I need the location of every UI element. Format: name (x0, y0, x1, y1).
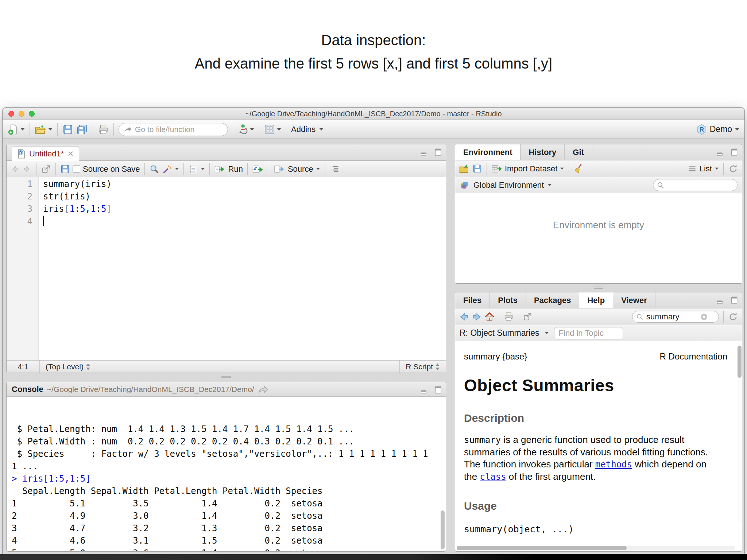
load-workspace-icon[interactable] (459, 164, 470, 174)
chevron-down-icon[interactable] (175, 168, 179, 170)
pane-resize-grip[interactable] (221, 376, 232, 379)
editor-cursor (43, 216, 44, 226)
close-icon[interactable]: ✕ (67, 149, 74, 158)
minimize-pane-icon[interactable] (716, 148, 725, 157)
rerun-icon[interactable] (252, 164, 264, 174)
tab-history[interactable]: History (520, 144, 565, 160)
maximize-pane-icon[interactable] (729, 296, 738, 305)
save-button[interactable] (62, 124, 73, 135)
line-number: 3 (7, 203, 32, 215)
clear-search-icon[interactable] (700, 313, 708, 320)
screen-bottom-bar (0, 554, 747, 560)
help-usage-heading: Usage (464, 500, 727, 512)
save-all-button[interactable] (76, 124, 88, 135)
scope-selector[interactable]: (Top Level) (40, 361, 96, 373)
print-icon[interactable] (504, 312, 514, 322)
tab-help[interactable]: Help (579, 292, 613, 308)
close-window-button[interactable] (8, 111, 14, 117)
file-type-label: R Script (406, 362, 433, 371)
code-tools-wand-icon[interactable] (162, 164, 172, 174)
toolbar-divider (183, 163, 184, 175)
addins-button[interactable]: Addins (291, 125, 324, 134)
code-editor[interactable]: 1234 summary(iris)str(iris)iris[1:5,1:5] (7, 177, 446, 360)
help-document: summary {base} R Documentation Object Su… (455, 341, 737, 545)
save-workspace-icon[interactable] (472, 164, 482, 174)
tab-environment[interactable]: Environment (455, 144, 520, 160)
source-button[interactable]: Source (288, 164, 313, 174)
find-in-topic-input[interactable] (554, 327, 623, 339)
cursor-position: 4:1 (7, 361, 39, 373)
chevron-down-icon (20, 128, 25, 131)
help-doc-title: Object Summaries (464, 376, 727, 395)
help-link[interactable]: class (480, 472, 506, 482)
chevron-down-icon (560, 168, 564, 170)
file-type-selector[interactable]: R Script (400, 361, 446, 373)
chevron-down-icon[interactable] (548, 184, 551, 186)
back-icon[interactable] (10, 164, 20, 174)
import-dataset-button[interactable]: Import Dataset (505, 164, 557, 174)
goto-file-function-input[interactable] (135, 125, 223, 134)
popout-icon[interactable] (523, 312, 533, 322)
minimize-pane-icon[interactable] (420, 148, 429, 157)
minimize-pane-icon[interactable] (420, 385, 429, 395)
compile-notebook-icon[interactable] (188, 164, 198, 174)
maximize-pane-icon[interactable] (729, 148, 738, 157)
refresh-icon[interactable] (728, 164, 738, 174)
help-topic-selector[interactable]: R: Object Summaries (460, 328, 539, 338)
minimize-pane-icon[interactable] (716, 296, 725, 305)
version-control-button[interactable] (238, 124, 254, 135)
chevron-down-icon[interactable] (201, 168, 205, 170)
help-search-input[interactable] (646, 312, 697, 322)
source-pane: R Untitled1* ✕ Source on Save (6, 144, 446, 373)
environment-search-input[interactable] (667, 180, 725, 190)
new-file-button[interactable] (8, 124, 25, 135)
global-environment-icon (460, 180, 470, 190)
tab-viewer[interactable]: Viewer (613, 292, 655, 308)
open-in-new-window-icon[interactable] (258, 385, 268, 394)
forward-icon[interactable] (472, 312, 482, 322)
back-icon[interactable] (459, 312, 469, 322)
pane-resize-grip[interactable] (593, 286, 604, 289)
zoom-window-button[interactable] (29, 111, 35, 117)
refresh-icon[interactable] (728, 312, 738, 322)
tab-files[interactable]: Files (455, 292, 490, 308)
save-button[interactable] (60, 164, 70, 174)
help-search-box[interactable] (632, 311, 719, 323)
help-horizontal-scrollbar[interactable] (457, 546, 735, 550)
find-replace-icon[interactable] (149, 164, 159, 174)
home-icon[interactable] (484, 312, 495, 322)
maximize-pane-icon[interactable] (433, 385, 442, 395)
popout-icon[interactable] (41, 164, 51, 174)
global-environment-selector[interactable]: Global Environment (473, 180, 544, 190)
help-link[interactable]: methods (595, 459, 632, 470)
console-scrollbar[interactable] (441, 510, 445, 549)
toolbar-divider (518, 311, 518, 323)
goto-file-function-box[interactable] (119, 123, 228, 136)
open-file-button[interactable] (35, 124, 53, 135)
toolbar-divider (286, 123, 286, 136)
print-button[interactable] (98, 124, 109, 135)
toolbar-divider (209, 163, 210, 175)
chevron-down-icon[interactable] (316, 168, 320, 170)
console-output[interactable]: $ Petal.Length: num 1.4 1.4 1.3 1.5 1.4 … (7, 397, 446, 552)
tab-untitled1[interactable]: R Untitled1* ✕ (12, 147, 79, 161)
environment-search-box[interactable] (653, 179, 738, 191)
toolbar-divider (55, 163, 56, 175)
tab-git[interactable]: Git (565, 144, 592, 160)
run-button[interactable]: Run (228, 164, 243, 174)
list-view-button[interactable]: List (700, 164, 712, 174)
help-vertical-scrollbar[interactable] (737, 342, 742, 522)
forward-icon[interactable] (22, 164, 32, 174)
tab-plots[interactable]: Plots (490, 292, 526, 308)
project-menu-button[interactable]: R Demo (697, 124, 739, 135)
source-on-save-checkbox[interactable] (73, 165, 80, 173)
tab-packages[interactable]: Packages (526, 292, 580, 308)
minimize-window-button[interactable] (19, 111, 24, 117)
panes-grid-icon (264, 124, 275, 135)
workspace-panes-button[interactable] (264, 124, 281, 135)
document-outline-icon[interactable] (329, 164, 340, 174)
maximize-pane-icon[interactable] (433, 148, 442, 157)
clear-workspace-broom-icon[interactable] (573, 164, 584, 174)
chevron-down-icon[interactable] (545, 332, 548, 334)
toolbar-divider (269, 163, 269, 175)
